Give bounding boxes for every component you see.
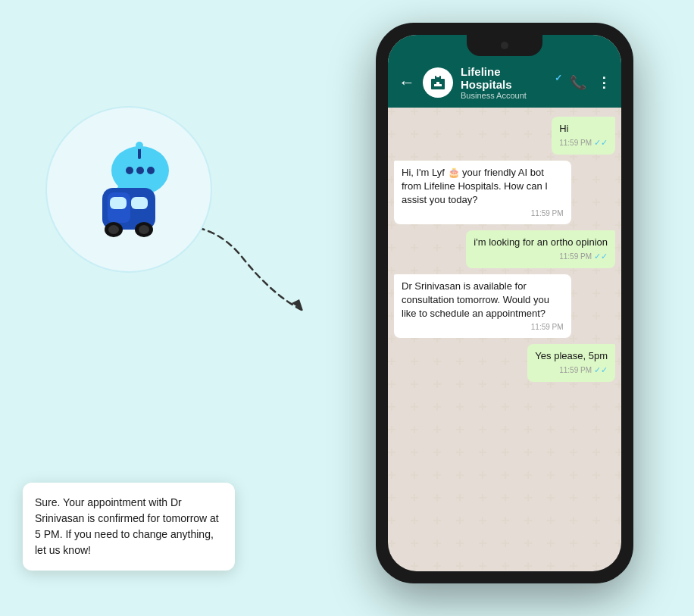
phone-notch — [467, 35, 542, 56]
svg-rect-18 — [436, 74, 439, 77]
svg-point-12 — [139, 225, 149, 234]
msg-row: Hi, I'm Lyf 🎂 your friendly AI bot from … — [394, 161, 615, 225]
bubble-meta: 11:59 PM ✓✓ — [559, 137, 608, 149]
bubble-time: 11:59 PM — [531, 208, 564, 219]
contact-avatar — [423, 67, 453, 98]
msg-row: i'm looking for an ortho opinion 11:59 P… — [394, 230, 615, 268]
spacer — [394, 388, 615, 479]
msg-row: Dr Srinivasan is available for consultat… — [394, 274, 615, 339]
phone-frame: ← Lifeline Hospitals ✓ — [376, 23, 633, 583]
bubble-sent: Hi 11:59 PM ✓✓ — [552, 117, 615, 155]
front-camera — [501, 42, 508, 49]
bubble-received: Hi, I'm Lyf 🎂 your friendly AI bot from … — [394, 161, 571, 225]
bubble-time: 11:59 PM — [559, 252, 592, 262]
call-button[interactable]: 📞 — [570, 74, 586, 91]
bubble-sent: Yes please, 5pm 11:59 PM ✓✓ — [527, 344, 615, 382]
bubble-time: 11:59 PM — [531, 322, 564, 333]
svg-point-2 — [136, 167, 144, 174]
bubble-time: 11:59 PM — [559, 138, 592, 149]
bubble-meta: 11:59 PM ✓✓ — [535, 364, 608, 376]
svg-rect-13 — [138, 148, 141, 159]
svg-point-3 — [147, 167, 155, 174]
svg-point-11 — [108, 225, 119, 234]
read-ticks: ✓✓ — [594, 137, 608, 149]
bubble-text: Hi — [559, 122, 608, 136]
header-actions: 📞 ⋮ — [570, 74, 611, 91]
bubble-text: i'm looking for an ortho opinion — [474, 236, 608, 249]
robot-illustration — [45, 106, 212, 273]
bubble-text: Yes please, 5pm — [535, 349, 608, 363]
bubble-received: Dr Srinivasan is available for consultat… — [394, 274, 571, 339]
bubble-meta: 11:59 PM ✓✓ — [474, 251, 608, 262]
contact-name: Lifeline Hospitals ✓ — [461, 65, 562, 91]
svg-point-14 — [136, 142, 143, 149]
bubble-sent: i'm looking for an ortho opinion 11:59 P… — [466, 230, 615, 268]
floating-bubble-text: Sure. Your appointment with Dr Srinivasa… — [35, 496, 219, 556]
msg-row: Yes please, 5pm 11:59 PM ✓✓ — [394, 344, 615, 382]
svg-rect-20 — [434, 84, 437, 86]
robot-svg — [68, 129, 189, 250]
contact-info: Lifeline Hospitals ✓ Business Account — [461, 65, 562, 100]
back-button[interactable]: ← — [399, 73, 415, 92]
svg-rect-21 — [439, 84, 442, 86]
bubble-meta: 11:59 PM — [402, 322, 564, 333]
bubble-meta: 11:59 PM — [402, 208, 564, 219]
scene: ← Lifeline Hospitals ✓ — [0, 0, 694, 616]
contact-subtitle: Business Account — [461, 91, 562, 100]
svg-rect-8 — [131, 197, 148, 209]
svg-rect-7 — [110, 197, 127, 209]
floating-confirmation-bubble: Sure. Your appointment with Dr Srinivasa… — [23, 483, 235, 571]
bubble-text: Dr Srinivasan is available for consultat… — [402, 280, 564, 321]
read-ticks: ✓✓ — [594, 251, 608, 262]
bubble-text: Hi, I'm Lyf 🎂 your friendly AI bot from … — [402, 166, 564, 208]
msg-row: Hi 11:59 PM ✓✓ — [394, 117, 615, 155]
bubble-time: 11:59 PM — [559, 365, 592, 376]
more-button[interactable]: ⋮ — [597, 74, 611, 91]
svg-point-1 — [126, 167, 133, 174]
phone-screen: ← Lifeline Hospitals ✓ — [388, 35, 621, 571]
svg-marker-15 — [292, 299, 303, 311]
read-ticks: ✓✓ — [594, 364, 608, 376]
verified-icon: ✓ — [555, 73, 562, 83]
chat-area: Hi 11:59 PM ✓✓ Hi, I'm Lyf 🎂 your friend… — [388, 108, 621, 571]
